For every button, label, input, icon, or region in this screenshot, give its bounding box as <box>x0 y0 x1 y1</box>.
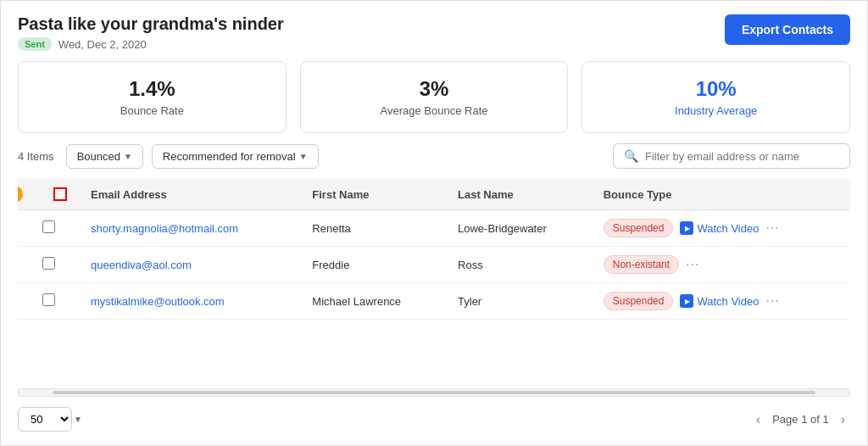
bounced-filter-dropdown[interactable]: Bounced ▼ <box>66 144 143 169</box>
chevron-down-icon: ▼ <box>299 152 308 161</box>
chevron-down-icon: ▼ <box>74 415 82 424</box>
last-name-cell: Ross <box>446 247 592 283</box>
more-options-button[interactable]: ··· <box>686 257 699 272</box>
sent-badge: Sent <box>18 37 52 51</box>
horizontal-scrollbar[interactable] <box>18 388 850 397</box>
industry-avg-value: 10% <box>599 77 832 101</box>
email-cell: queendiva@aol.com <box>79 247 300 283</box>
email-cell: mystikalmike@outlook.com <box>79 283 300 320</box>
avg-bounce-rate-label: Average Bounce Rate <box>318 104 551 117</box>
search-box: 🔍 <box>613 143 850 169</box>
more-options-button[interactable]: ··· <box>765 220 779 236</box>
bounce-type-badge: Non-existant <box>604 255 679 274</box>
stat-card-avg-bounce-rate: 3% Average Bounce Rate <box>300 61 569 133</box>
last-name-cell: Lowe-Bridgewater <box>446 210 592 247</box>
show-select-group: 10 25 50 100 ▼ <box>18 407 82 432</box>
scrollbar-thumb <box>53 391 815 394</box>
email-cell: shorty.magnolia@hotmail.com <box>79 210 300 247</box>
email-link[interactable]: mystikalmike@outlook.com <box>91 295 225 308</box>
col-last-name: Last Name <box>446 179 592 210</box>
campaign-date: Wed, Dec 2, 2020 <box>58 38 147 51</box>
last-name-cell: Tyler <box>446 283 592 320</box>
row-checkbox-cell <box>18 247 79 283</box>
bounce-type-cell: Non-existant··· <box>592 247 850 283</box>
stat-card-industry-avg: 10% Industry Average <box>581 61 850 133</box>
first-name-cell: Renetta <box>300 210 446 247</box>
table-row: mystikalmike@outlook.comMichael Lawrence… <box>18 283 850 320</box>
email-link[interactable]: queendiva@aol.com <box>91 259 192 271</box>
header-checkbox-cell: 1 <box>18 179 79 210</box>
export-contacts-button[interactable]: Export Contacts <box>725 14 850 45</box>
select-all-checkbox[interactable] <box>53 187 67 201</box>
bounce-type-badge: Suspended <box>604 292 674 310</box>
col-email: Email Address <box>79 179 300 210</box>
search-input[interactable] <box>645 150 839 163</box>
bounced-filter-label: Bounced <box>77 150 120 163</box>
removal-filter-dropdown[interactable]: Recommended for removal ▼ <box>152 144 319 169</box>
bounce-rate-label: Bounce Rate <box>36 104 269 117</box>
row-checkbox-cell <box>18 283 79 320</box>
col-bounce-type: Bounce Type <box>592 179 850 210</box>
bounce-type-cell: SuspendedWatch Video··· <box>592 210 850 247</box>
watch-video-button[interactable]: Watch Video <box>680 294 759 308</box>
header: Pasta like your grandma's ninder Sent We… <box>18 14 850 51</box>
contacts-table-container: 1 Email Address First Name Last Name Bou… <box>18 179 850 378</box>
next-page-button[interactable]: › <box>836 410 850 429</box>
bounce-type-badge: Suspended <box>604 219 674 237</box>
first-name-cell: Freddie <box>300 247 446 283</box>
stats-row: 1.4% Bounce Rate 3% Average Bounce Rate … <box>18 61 850 133</box>
play-icon <box>680 294 693 308</box>
footer-row: 10 25 50 100 ▼ ‹ Page 1 of 1 › <box>18 407 850 432</box>
filter-row: 4 Items Bounced ▼ Recommended for remova… <box>18 143 850 169</box>
watch-video-label: Watch Video <box>697 222 759 235</box>
step-indicator: 1 <box>18 186 23 203</box>
removal-filter-label: Recommended for removal <box>163 150 296 163</box>
email-link[interactable]: shorty.magnolia@hotmail.com <box>91 222 238 235</box>
bounce-type-cell: SuspendedWatch Video··· <box>592 283 850 320</box>
watch-video-button[interactable]: Watch Video <box>680 221 759 235</box>
play-icon <box>680 221 693 235</box>
items-count: 4 Items <box>18 150 54 163</box>
search-icon: 🔍 <box>624 149 638 163</box>
chevron-down-icon: ▼ <box>124 152 132 161</box>
watch-video-label: Watch Video <box>697 295 759 308</box>
header-meta: Sent Wed, Dec 2, 2020 <box>18 37 284 51</box>
row-checkbox[interactable] <box>42 220 55 233</box>
show-per-page-select[interactable]: 10 25 50 100 <box>18 407 72 432</box>
first-name-cell: Michael Lawrence <box>300 283 446 320</box>
table-row: queendiva@aol.comFreddieRossNon-existant… <box>18 247 850 283</box>
row-checkbox[interactable] <box>42 257 55 270</box>
header-left: Pasta like your grandma's ninder Sent We… <box>18 14 284 51</box>
row-checkbox-cell <box>18 210 79 247</box>
table-row: shorty.magnolia@hotmail.comRenettaLowe-B… <box>18 210 850 247</box>
contacts-table: 1 Email Address First Name Last Name Bou… <box>18 179 850 320</box>
avg-bounce-rate-value: 3% <box>318 77 551 101</box>
page-title: Pasta like your grandma's ninder <box>18 14 284 34</box>
row-checkbox[interactable] <box>42 293 55 306</box>
industry-avg-label: Industry Average <box>599 104 832 117</box>
more-options-button[interactable]: ··· <box>765 293 779 309</box>
stat-card-bounce-rate: 1.4% Bounce Rate <box>18 61 287 133</box>
col-first-name: First Name <box>300 179 446 210</box>
bounce-rate-value: 1.4% <box>36 77 269 101</box>
pagination: ‹ Page 1 of 1 › <box>751 410 850 429</box>
prev-page-button[interactable]: ‹ <box>751 410 765 429</box>
pagination-text: Page 1 of 1 <box>772 413 829 426</box>
